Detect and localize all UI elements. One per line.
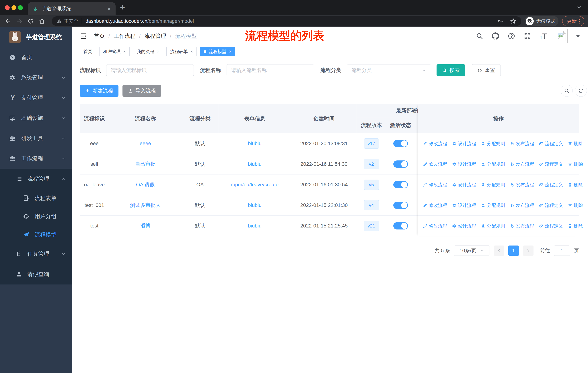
breadcrumb-home[interactable]: 首页 [94,32,105,40]
process-name-link[interactable]: 自己审批 [135,161,156,168]
macos-zoom-button[interactable] [18,5,23,10]
form-info-link[interactable]: biubiu [248,223,262,229]
create-process-button[interactable]: 新建流程 [80,85,118,97]
process-key-input[interactable] [106,64,194,76]
process-definition-link[interactable]: 流程定义 [539,182,563,188]
process-name-input[interactable] [227,64,314,76]
search-icon[interactable] [476,32,483,40]
category-select[interactable]: 流程分类 [347,64,431,76]
avatar-caret-icon[interactable] [576,35,580,37]
delete-process-link[interactable]: 删除 [568,202,583,208]
goto-page-input[interactable] [554,245,570,256]
active-status-toggle[interactable] [393,222,408,230]
refresh-table-button[interactable] [575,85,587,97]
browser-menu-icon[interactable] [579,19,580,23]
publish-process-link[interactable]: 发布流程 [510,223,534,229]
forward-icon[interactable] [16,18,23,24]
assign-rule-link[interactable]: 分配规则 [481,223,505,229]
tag-tenant[interactable]: 租户管理 × [99,47,130,56]
prev-page-button[interactable] [494,245,504,256]
form-info-link[interactable]: biubiu [248,202,262,208]
hide-search-button[interactable] [561,85,573,97]
process-name-link[interactable]: 滔博 [140,222,151,229]
sidebar-item-process-model[interactable]: 流程模型 [0,225,72,244]
macos-minimize-button[interactable] [11,5,16,10]
sidebar-item-process-form[interactable]: 流程表单 [0,189,72,207]
update-label[interactable]: 更新 [567,18,577,24]
macos-close-button[interactable] [5,5,10,10]
back-icon[interactable] [5,18,11,24]
tag-my-process[interactable]: 我的流程 × [133,47,163,56]
process-definition-link[interactable]: 流程定义 [539,161,563,167]
publish-process-link[interactable]: 发布流程 [510,141,534,147]
design-process-link[interactable]: 设计流程 [452,141,476,147]
fullscreen-icon[interactable] [524,32,531,40]
sidebar-item-devtools[interactable]: 研发工具 [0,128,72,148]
edit-process-link[interactable]: 修改流程 [423,202,447,208]
sidebar-item-infrastructure[interactable]: 基础设施 [0,108,72,128]
process-name-link[interactable]: eeee [140,141,151,146]
sidebar-item-payment[interactable]: ¥ 支付管理 [0,88,72,108]
design-process-link[interactable]: 设计流程 [452,223,476,229]
address-bar[interactable]: 不安全 dashboard.yudao.iocoder.cn /bpm/mana… [52,16,521,26]
process-name-link[interactable]: OA 请假 [136,181,155,188]
edit-process-link[interactable]: 修改流程 [423,141,447,147]
sidebar-item-process-management[interactable]: 流程管理 [0,169,72,189]
assign-rule-link[interactable]: 分配规则 [481,182,505,188]
edit-process-link[interactable]: 修改流程 [423,182,447,188]
breadcrumb-process-management[interactable]: 流程管理 [144,32,166,40]
sidebar-item-home[interactable]: 首页 [0,47,72,68]
github-icon[interactable] [492,32,499,40]
page-size-select[interactable]: 10条/页 [454,245,490,256]
process-name-link[interactable]: 测试多审批人 [130,202,161,209]
browser-tab[interactable]: 芋道管理系统 × [28,2,116,15]
active-status-toggle[interactable] [393,161,408,168]
search-button[interactable]: 搜索 [437,64,465,76]
process-definition-link[interactable]: 流程定义 [539,223,563,229]
form-info-link[interactable]: /bpm/oa/leave/create [231,182,279,188]
delete-process-link[interactable]: 删除 [568,161,583,167]
browser-update-button[interactable]: 更新 [562,16,584,26]
active-status-toggle[interactable] [393,202,408,209]
design-process-link[interactable]: 设计流程 [452,202,476,208]
delete-process-link[interactable]: 删除 [568,223,583,229]
delete-process-link[interactable]: 删除 [568,182,583,188]
sidebar-item-user-group[interactable]: 用户分组 [0,207,72,225]
tab-search-chevron-icon[interactable] [576,4,583,10]
assign-rule-link[interactable]: 分配规则 [481,141,505,147]
avatar-broken-image[interactable] [555,29,567,43]
next-page-button[interactable] [523,245,534,256]
design-process-link[interactable]: 设计流程 [452,182,476,188]
sidebar-item-system[interactable]: 系统管理 [0,68,72,88]
breadcrumb-workflow[interactable]: 工作流程 [114,32,136,40]
reload-icon[interactable] [27,18,34,24]
home-icon[interactable] [39,18,45,24]
tag-process-form[interactable]: 流程表单 × [166,47,197,56]
import-process-button[interactable]: 导入流程 [123,85,161,97]
tag-close-icon[interactable]: × [229,49,231,54]
process-definition-link[interactable]: 流程定义 [539,202,563,208]
edit-process-link[interactable]: 修改流程 [423,223,447,229]
active-status-toggle[interactable] [393,181,408,188]
assign-rule-link[interactable]: 分配规则 [481,161,505,167]
process-definition-link[interactable]: 流程定义 [539,141,563,147]
current-page-button[interactable]: 1 [508,245,519,256]
reset-button[interactable]: 重置 [472,64,501,76]
help-icon[interactable] [508,32,515,40]
sidebar-item-leave-query[interactable]: 请假查询 [0,264,72,284]
form-info-link[interactable]: biubiu [248,161,262,167]
design-process-link[interactable]: 设计流程 [452,161,476,167]
publish-process-link[interactable]: 发布流程 [510,202,534,208]
assign-rule-link[interactable]: 分配规则 [481,202,505,208]
sidebar-item-workflow[interactable]: 工作流程 [0,148,72,169]
font-size-icon[interactable]: TT [540,32,547,40]
delete-process-link[interactable]: 删除 [568,141,583,147]
sidebar-collapse-icon[interactable] [80,32,87,40]
form-info-link[interactable]: biubiu [248,141,262,146]
edit-process-link[interactable]: 修改流程 [423,161,447,167]
tag-close-icon[interactable]: × [157,49,159,54]
password-key-icon[interactable] [497,18,504,24]
tag-process-model[interactable]: 流程模型 × [200,47,235,56]
bookmark-star-icon[interactable] [510,18,516,24]
tag-close-icon[interactable]: × [190,49,193,54]
